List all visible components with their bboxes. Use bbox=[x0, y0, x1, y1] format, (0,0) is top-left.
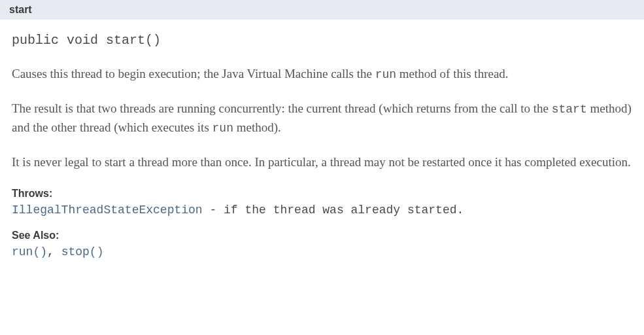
inline-code-run: run bbox=[212, 122, 233, 135]
see-also-link-stop[interactable]: stop() bbox=[61, 245, 104, 258]
method-signature: public void start() bbox=[12, 33, 632, 48]
see-also-link-run[interactable]: run() bbox=[12, 245, 47, 258]
method-content: public void start() Causes this thread t… bbox=[0, 33, 644, 270]
throws-condition: - if the thread was already started. bbox=[203, 203, 464, 217]
method-header: start bbox=[0, 0, 644, 20]
description-text: The result is that two threads are runni… bbox=[12, 101, 552, 115]
description-paragraph-3: It is never legal to start a thread more… bbox=[12, 153, 632, 172]
inline-code-start: start bbox=[552, 103, 587, 116]
description-text: Causes this thread to begin execution; t… bbox=[12, 67, 375, 80]
description-paragraph-1: Causes this thread to begin execution; t… bbox=[12, 65, 632, 84]
description-paragraph-2: The result is that two threads are runni… bbox=[12, 99, 632, 137]
see-also-label: See Also: bbox=[12, 230, 632, 241]
see-also-entries: run(), stop() bbox=[12, 245, 632, 258]
inline-code-run: run bbox=[375, 68, 396, 81]
exception-link[interactable]: IllegalThreadStateException bbox=[12, 203, 203, 217]
description-text: method of this thread. bbox=[396, 67, 509, 80]
throws-entry: IllegalThreadStateException - if the thr… bbox=[12, 203, 632, 217]
separator: , bbox=[47, 245, 61, 258]
method-name: start bbox=[9, 4, 32, 15]
description-text: method). bbox=[233, 120, 281, 134]
throws-label: Throws: bbox=[12, 188, 632, 200]
method-description: Causes this thread to begin execution; t… bbox=[12, 65, 632, 172]
